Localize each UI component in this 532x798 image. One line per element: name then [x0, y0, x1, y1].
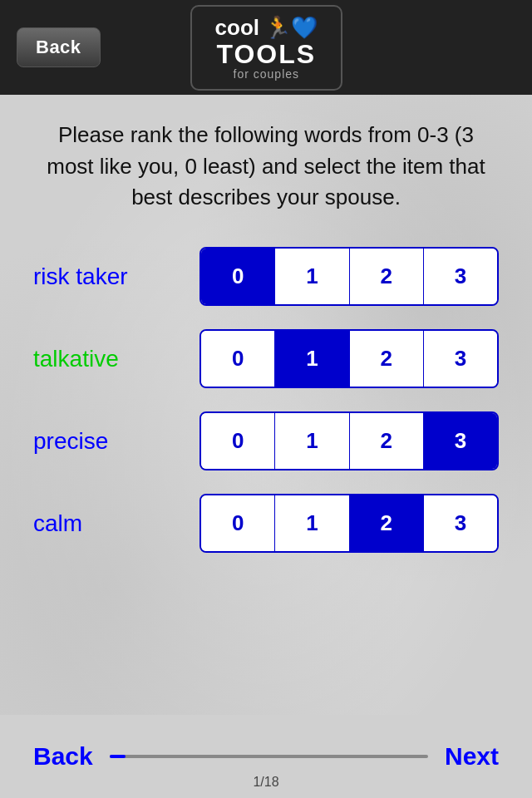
rank-btn-calm-2[interactable]: 2: [350, 495, 424, 551]
rank-btn-precise-1[interactable]: 1: [275, 413, 349, 469]
rank-btn-risk-taker-3[interactable]: 3: [424, 249, 497, 304]
rank-btn-precise-2[interactable]: 2: [350, 413, 424, 469]
logo-cool-text: cool: [215, 15, 259, 41]
progress-bar: [110, 755, 428, 758]
rank-btn-risk-taker-2[interactable]: 2: [350, 249, 424, 304]
rank-buttons-talkative: 0123: [200, 329, 499, 388]
rank-btn-calm-0[interactable]: 0: [201, 495, 275, 551]
header-back-button[interactable]: Back: [17, 27, 101, 67]
rank-row-calm: calm0123: [33, 494, 499, 553]
rank-buttons-calm: 0123: [200, 494, 499, 553]
rank-btn-talkative-3[interactable]: 3: [424, 331, 497, 387]
instructions-text: Please rank the following words from 0-3…: [33, 120, 499, 214]
rank-btn-talkative-1[interactable]: 1: [275, 331, 349, 387]
rank-btn-precise-0[interactable]: 0: [201, 413, 275, 469]
nav-next-button[interactable]: Next: [445, 742, 499, 771]
nav-back-button[interactable]: Back: [33, 742, 93, 771]
rank-rows-container: risk taker0123talkative0123precise0123ca…: [33, 247, 499, 553]
logo-tools-text: TOOLS: [216, 41, 316, 67]
rank-row-talkative: talkative0123: [33, 329, 499, 388]
bottom-navigation: Back Next 1/18: [0, 715, 532, 798]
logo-runner-icon: 🏃💙: [264, 15, 318, 41]
rank-btn-risk-taker-0[interactable]: 0: [201, 249, 275, 304]
logo-top-row: cool 🏃💙: [215, 15, 318, 41]
rank-buttons-precise: 0123: [200, 411, 499, 470]
rank-btn-precise-3[interactable]: 3: [424, 413, 497, 469]
rank-label-precise: precise: [33, 428, 200, 455]
progress-bar-fill: [110, 755, 126, 758]
rank-btn-calm-3[interactable]: 3: [424, 495, 497, 551]
app-header: Back cool 🏃💙 TOOLS for couples: [0, 0, 532, 95]
rank-btn-talkative-0[interactable]: 0: [201, 331, 275, 387]
rank-row-risk-taker: risk taker0123: [33, 247, 499, 306]
main-content: Please rank the following words from 0-3…: [0, 95, 532, 798]
logo-subtitle-text: for couples: [234, 67, 299, 81]
rank-label-calm: calm: [33, 510, 200, 537]
rank-btn-talkative-2[interactable]: 2: [350, 331, 424, 387]
rank-btn-calm-1[interactable]: 1: [275, 495, 349, 551]
rank-label-talkative: talkative: [33, 346, 200, 372]
rank-btn-risk-taker-1[interactable]: 1: [275, 249, 349, 304]
rank-row-precise: precise0123: [33, 411, 499, 470]
page-indicator: 1/18: [253, 775, 278, 790]
rank-buttons-risk-taker: 0123: [200, 247, 499, 306]
app-logo: cool 🏃💙 TOOLS for couples: [190, 5, 342, 91]
rank-label-risk-taker: risk taker: [33, 264, 200, 290]
